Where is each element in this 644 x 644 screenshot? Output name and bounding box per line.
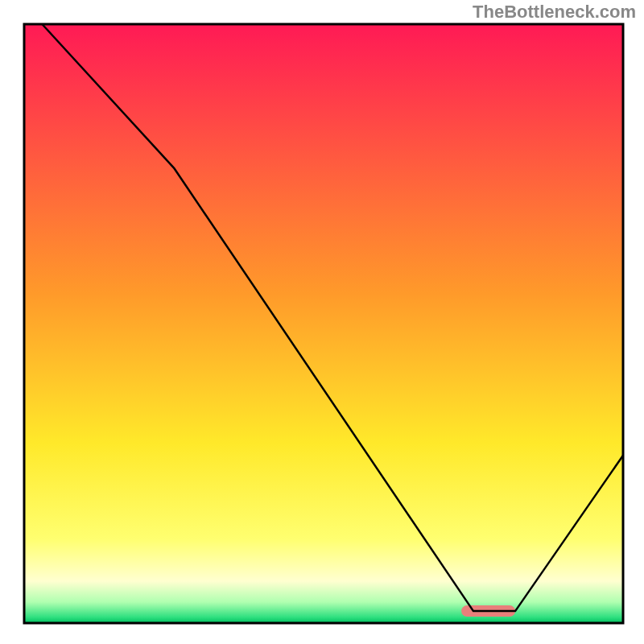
watermark-text: TheBottleneck.com [473, 2, 636, 23]
gradient-background [24, 24, 623, 623]
bottleneck-chart [0, 0, 644, 644]
